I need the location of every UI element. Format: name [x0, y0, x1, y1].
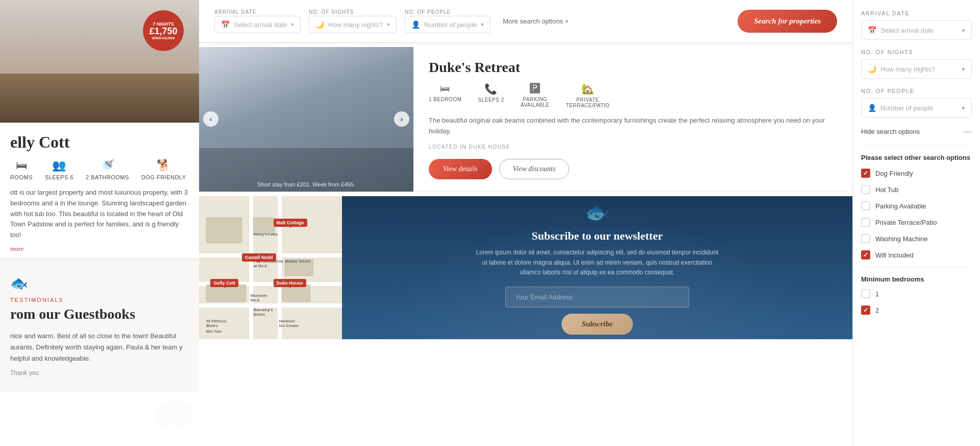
property-title: elly Cott — [10, 133, 189, 152]
testimonial-author: Thank you — [10, 369, 189, 377]
bedroom-2-checkbox[interactable] — [861, 306, 870, 315]
terrace-checkbox[interactable] — [861, 218, 870, 227]
feature-sleeps-label: SLEEPS 6 — [45, 174, 74, 180]
arrival-date-label: ARRIVAL DATE — [214, 9, 301, 15]
people-select[interactable]: 👤 Number of people ▾ — [405, 16, 491, 33]
terrace-label: Private Terrace/Patio — [875, 219, 937, 226]
right-panel: ARRIVAL DATE 📅 Select arrival date ▾ NO.… — [852, 0, 980, 446]
dog-friendly-checkbox-item[interactable]: Dog Friendly — [861, 169, 972, 178]
wifi-checkbox-item[interactable]: Wifi Included — [861, 250, 972, 260]
dog-icon: 🐕 — [157, 159, 171, 172]
nights-field: NO. OF NIGHTS 🌙 How many nights? ▾ — [309, 9, 397, 33]
card-feature-terrace: 🏡 PRIVATETERRACE/PATIO — [566, 83, 610, 108]
hot-tub-label: Hot Tub — [875, 186, 899, 194]
hot-tub-checkbox[interactable] — [861, 185, 870, 194]
dog-friendly-checkbox[interactable] — [861, 169, 870, 178]
feature-dogs-label: DOG FRIENDLY — [141, 174, 186, 180]
read-more-link[interactable]: more — [10, 245, 189, 253]
wifi-checkbox[interactable] — [861, 250, 870, 260]
divider — [861, 145, 972, 146]
card-feature-terrace-label: PRIVATETERRACE/PATIO — [566, 97, 610, 108]
card-feature-sleeps: 📞 SLEEPS 2 — [478, 83, 504, 108]
search-button[interactable]: Search for properties — [738, 10, 837, 33]
panel-people-select[interactable]: 👤 Number of people ▾ — [861, 98, 972, 118]
card-feature-bedroom-label: 1 BEDROOM — [429, 97, 462, 102]
property-features: 🛏 ROOMS 👥 SLEEPS 6 🚿 2 BATHROOMS 🐕 DOG F… — [10, 159, 189, 180]
map-pin-duke: Duke House — [274, 279, 306, 287]
price-was: WAS £1,960 — [152, 36, 175, 40]
people-label: NO. OF PEOPLE — [405, 9, 491, 15]
hide-options-link[interactable]: Hide search options — [861, 128, 920, 135]
nights-select[interactable]: 🌙 How many nights? ▾ — [309, 16, 397, 33]
card-next-button[interactable]: › — [394, 111, 409, 127]
people-placeholder: Number of people — [424, 21, 477, 29]
card-actions: View details View discounts — [429, 159, 837, 179]
parking-checkbox[interactable] — [861, 201, 870, 210]
washing-checkbox[interactable] — [861, 234, 870, 243]
panel-nights-select[interactable]: 🌙 How many nights? ▾ — [861, 59, 972, 79]
newsletter-fish-icon: 🐟 — [584, 200, 610, 224]
property-description: ott is our largest property and most lux… — [10, 187, 189, 241]
feature-rooms: 🛏 ROOMS — [10, 159, 33, 180]
dog-friendly-label: Dog Friendly — [875, 170, 913, 177]
price-badge: 7 NIGHTS £1,750 WAS £1,960 — [143, 10, 184, 51]
map-pin-malt: Malt Cottage — [274, 219, 307, 227]
property-hero-image: 7 NIGHTS £1,750 WAS £1,960 — [0, 0, 199, 123]
speech-bubble-decoration — [153, 400, 194, 431]
newsletter-title: Subscribe to our newsletter — [532, 229, 663, 243]
bedroom-1-checkbox[interactable] — [861, 289, 870, 298]
card-caption: Short stay from £201. Week from £455. — [257, 181, 355, 187]
map-pin-castell: Castell Nedd — [242, 253, 276, 262]
card-title: Duke's Retreat — [429, 59, 837, 76]
moon-icon: 🌙 — [315, 20, 324, 29]
map-image: Barnaby'sBistro St PetrocsBistro Harbour… — [199, 196, 342, 339]
price-nights: 7 NIGHTS — [153, 21, 174, 27]
parking-icon: 🅿 — [530, 83, 541, 95]
panel-arrival-chevron-icon: ▾ — [962, 27, 965, 34]
card-feature-bedroom: 🛏 1 BEDROOM — [429, 83, 462, 108]
calendar-icon: 📅 — [221, 20, 230, 29]
bedroom-1-checkbox-item[interactable]: 1 — [861, 289, 972, 298]
card-image-container: ‹ › Short stay from £201. Week from £455… — [199, 47, 413, 192]
people-field: NO. OF PEOPLE 👤 Number of people ▾ — [405, 9, 491, 33]
panel-moon-icon: 🌙 — [868, 65, 876, 73]
other-options-label: Please select other search options — [861, 154, 972, 161]
view-discounts-button[interactable]: View discounts — [499, 159, 569, 179]
fish-decoration-icon: 🐟 — [10, 275, 189, 292]
wifi-label: Wifi Included — [875, 251, 913, 259]
card-description: The beautiful original oak beams combine… — [429, 115, 837, 137]
newsletter-email-input[interactable] — [505, 287, 689, 308]
panel-person-icon: 👤 — [868, 104, 876, 112]
card-image — [199, 47, 413, 192]
view-details-button[interactable]: View details — [429, 159, 492, 179]
hide-options-dash[interactable]: — — [964, 127, 972, 136]
parking-checkbox-item[interactable]: Parking Available — [861, 201, 972, 210]
arrival-date-select[interactable]: 📅 Select arrival date ▾ — [214, 16, 301, 33]
terrace-checkbox-item[interactable]: Private Terrace/Patio — [861, 218, 972, 227]
card-location: LOCATED IN DUKE HOUSE — [429, 144, 837, 150]
panel-nights-placeholder: How many nights? — [880, 65, 935, 73]
card-sleeps-icon: 📞 — [484, 83, 498, 95]
map-pin-gelly: Gelly Cott — [210, 279, 238, 287]
panel-nights-chevron-icon: ▾ — [962, 65, 965, 73]
divider-2 — [861, 267, 972, 267]
panel-arrival-placeholder: Select arrival date — [880, 27, 934, 34]
newsletter-subscribe-button[interactable]: Subscribe — [561, 314, 633, 335]
feature-dogs: 🐕 DOG FRIENDLY — [141, 159, 186, 180]
card-prev-button[interactable]: ‹ — [203, 111, 218, 127]
more-options-link[interactable]: More search options + — [503, 17, 569, 25]
bedroom-icon: 🛏 — [440, 83, 451, 95]
bedroom-2-checkbox-item[interactable]: 2 — [861, 306, 972, 315]
hide-options-row: Hide search options — — [861, 127, 972, 136]
panel-people-label: NO. OF PEOPLE — [861, 88, 972, 94]
people-chevron-icon: ▾ — [481, 21, 484, 28]
card-feature-sleeps-label: SLEEPS 2 — [478, 97, 504, 103]
washing-label: Washing Machine — [875, 235, 928, 243]
map-section: Barnaby'sBistro St PetrocsBistro Harbour… — [199, 196, 342, 339]
washing-checkbox-item[interactable]: Washing Machine — [861, 234, 972, 243]
card-content: Duke's Retreat 🛏 1 BEDROOM 📞 SLEEPS 2 🅿 … — [413, 47, 852, 192]
hot-tub-checkbox-item[interactable]: Hot Tub — [861, 185, 972, 194]
left-panel: 7 NIGHTS £1,750 WAS £1,960 elly Cott 🛏 R… — [0, 0, 199, 446]
panel-calendar-icon: 📅 — [868, 26, 876, 34]
panel-arrival-select[interactable]: 📅 Select arrival date ▾ — [861, 20, 972, 40]
